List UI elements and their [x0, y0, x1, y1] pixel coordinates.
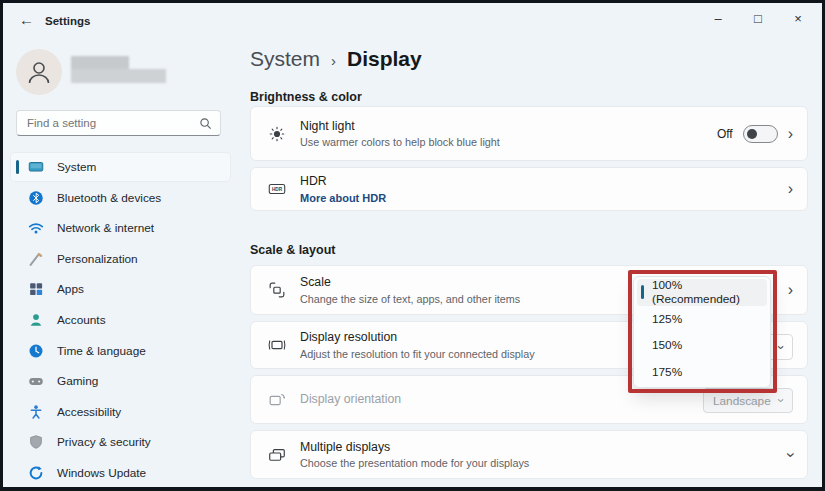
- row-subtitle: Use warmer colors to help block blue lig…: [300, 136, 500, 148]
- display-resolution-text: Display resolution Adjust the resolution…: [300, 330, 535, 359]
- maximize-button[interactable]: □: [738, 3, 778, 33]
- scale-dropdown-menu: 100% (Recommended) 125% 150% 175%: [633, 276, 771, 388]
- row-subtitle: Choose the presentation mode for your di…: [300, 457, 529, 469]
- search-box: [16, 110, 221, 136]
- time-language-icon: [27, 342, 45, 360]
- row-subtitle: Adjust the resolution to fit your connec…: [300, 348, 535, 360]
- sidebar-item-windows-update[interactable]: Windows Update: [11, 459, 230, 487]
- sidebar-item-label: Gaming: [57, 374, 98, 388]
- network-icon: [27, 219, 45, 237]
- app-title: Settings: [45, 15, 90, 27]
- sidebar-item-network-internet[interactable]: Network & internet: [11, 214, 230, 242]
- svg-text:HDR: HDR: [272, 187, 283, 192]
- chevron-right-icon[interactable]: ›: [788, 282, 793, 298]
- apps-icon: [27, 280, 45, 298]
- scale-option-100[interactable]: 100% (Recommended): [637, 279, 767, 306]
- hdr-text: HDR More about HDR: [300, 174, 386, 203]
- sidebar-item-label: Accessibility: [57, 405, 121, 419]
- orientation-select-value: Landscape: [713, 394, 771, 408]
- row-title: Night light: [300, 119, 500, 134]
- sidebar-item-label: Bluetooth & devices: [57, 191, 161, 205]
- option-label: 175%: [652, 365, 682, 379]
- sidebar-item-accessibility[interactable]: Accessibility: [11, 398, 230, 426]
- chevron-down-icon[interactable]: ›: [782, 452, 798, 457]
- sidebar-item-label: Accounts: [57, 313, 106, 327]
- option-label: 125%: [652, 312, 682, 326]
- night-light-icon: [267, 124, 287, 144]
- section-brightness-color: Brightness & color: [250, 90, 362, 104]
- search-icon: [199, 117, 212, 130]
- settings-window: ← Settings – □ × System: [0, 0, 825, 491]
- accounts-icon: [27, 311, 45, 329]
- accessibility-icon: [27, 403, 45, 421]
- sidebar-item-label: Time & language: [57, 344, 146, 358]
- selected-indicator: [16, 160, 19, 174]
- page-title: Display: [347, 47, 422, 71]
- user-name-redacted: [71, 56, 166, 84]
- night-light-row[interactable]: Night light Use warmer colors to help bl…: [250, 106, 808, 161]
- night-light-toggle-state: Off: [717, 127, 733, 141]
- scale-icon: [267, 280, 287, 300]
- breadcrumb-separator-icon: ›: [331, 50, 336, 69]
- multiple-displays-text: Multiple displays Choose the presentatio…: [300, 440, 529, 469]
- display-orientation-text: Display orientation: [300, 392, 401, 407]
- multiple-displays-icon: [267, 445, 287, 465]
- display-resolution-icon: [267, 335, 287, 355]
- row-title: HDR: [300, 174, 386, 189]
- minimize-button[interactable]: –: [698, 3, 738, 33]
- toggle-knob: [747, 129, 757, 139]
- hdr-icon: HDR: [267, 179, 287, 199]
- row-title: Scale: [300, 275, 520, 290]
- sidebar-item-privacy-security[interactable]: Privacy & security: [11, 428, 230, 456]
- user-avatar-icon[interactable]: [16, 49, 62, 95]
- more-about-hdr-link[interactable]: More about HDR: [300, 192, 386, 204]
- section-scale-layout: Scale & layout: [250, 243, 335, 257]
- night-light-toggle[interactable]: [743, 125, 778, 143]
- window-controls: – □ ×: [698, 3, 818, 33]
- sidebar-item-label: Windows Update: [57, 466, 146, 480]
- sidebar-item-label: Privacy & security: [57, 435, 151, 449]
- hdr-row[interactable]: HDR HDR More about HDR ›: [250, 167, 808, 211]
- sidebar-item-system[interactable]: System: [11, 153, 230, 181]
- privacy-icon: [27, 433, 45, 451]
- chevron-right-icon[interactable]: ›: [788, 181, 793, 197]
- orientation-select: Landscape ›: [703, 388, 793, 413]
- scale-option-175[interactable]: 175%: [637, 359, 767, 386]
- breadcrumb-system[interactable]: System: [250, 47, 320, 71]
- scale-text: Scale Change the size of text, apps, and…: [300, 275, 520, 304]
- sidebar-item-personalization[interactable]: Personalization: [11, 245, 230, 273]
- sidebar-item-label: Network & internet: [57, 221, 154, 235]
- sidebar-item-gaming[interactable]: Gaming: [11, 367, 230, 395]
- multiple-displays-row[interactable]: Multiple displays Choose the presentatio…: [250, 430, 808, 479]
- sidebar-item-label: Personalization: [57, 252, 138, 266]
- close-button[interactable]: ×: [778, 3, 818, 33]
- row-title: Multiple displays: [300, 440, 529, 455]
- personalization-icon: [27, 250, 45, 268]
- sidebar-item-label: System: [57, 160, 96, 174]
- display-orientation-icon: [267, 390, 287, 410]
- chevron-down-icon: ›: [774, 398, 787, 402]
- gaming-icon: [27, 372, 45, 390]
- chevron-right-icon[interactable]: ›: [788, 126, 793, 142]
- chevron-down-icon: ›: [774, 345, 787, 349]
- system-icon: [27, 158, 45, 176]
- sidebar-nav: System Bluetooth & devices Network & int…: [11, 153, 230, 490]
- row-title: Display orientation: [300, 392, 401, 407]
- sidebar-item-bluetooth-devices[interactable]: Bluetooth & devices: [11, 184, 230, 212]
- sidebar-item-apps[interactable]: Apps: [11, 275, 230, 303]
- bluetooth-icon: [27, 189, 45, 207]
- sidebar-item-time-language[interactable]: Time & language: [11, 337, 230, 365]
- sidebar-item-accounts[interactable]: Accounts: [11, 306, 230, 334]
- option-label: 100% (Recommended): [652, 278, 767, 306]
- selected-indicator: [641, 285, 644, 299]
- sidebar-item-label: Apps: [57, 282, 84, 296]
- search-input[interactable]: [25, 116, 199, 130]
- scale-option-125[interactable]: 125%: [637, 306, 767, 333]
- scale-option-150[interactable]: 150%: [637, 332, 767, 359]
- row-subtitle: Change the size of text, apps, and other…: [300, 293, 520, 305]
- night-light-text: Night light Use warmer colors to help bl…: [300, 119, 500, 148]
- breadcrumb: System › Display: [250, 47, 422, 71]
- option-label: 150%: [652, 338, 682, 352]
- back-icon[interactable]: ←: [19, 11, 34, 28]
- windows-update-icon: [27, 464, 45, 482]
